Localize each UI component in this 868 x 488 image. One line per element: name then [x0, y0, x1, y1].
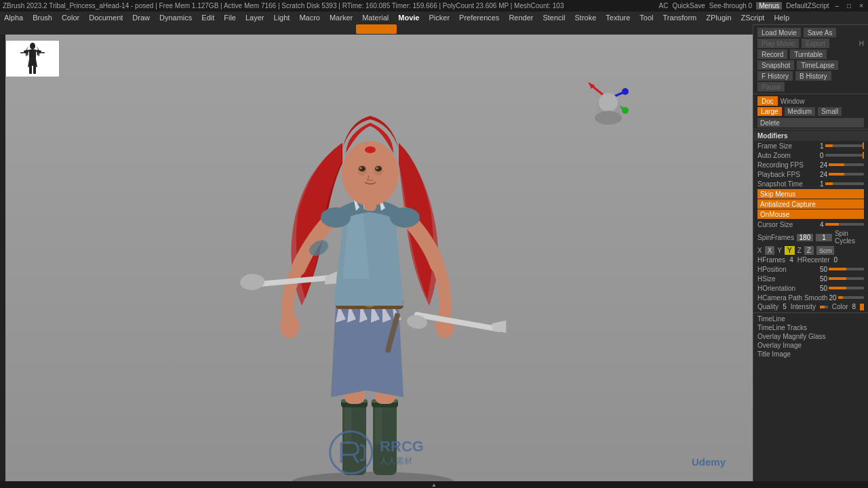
menu-zscript[interactable]: ZScript: [740, 14, 766, 22]
svg-rect-1: [29, 49, 36, 59]
axis-z-button[interactable]: Z: [804, 246, 814, 255]
expand-arrow-icon[interactable]: ▲: [431, 482, 437, 488]
delete-button[interactable]: Delete: [757, 118, 864, 127]
timeline-link[interactable]: TimeLine: [753, 314, 868, 323]
hposition-slider[interactable]: [829, 268, 864, 270]
menu-color[interactable]: Color: [60, 14, 81, 22]
svg-point-25: [359, 166, 366, 171]
playback-fps-slider[interactable]: [829, 173, 864, 176]
quick-save-button[interactable]: QuickSave: [672, 2, 705, 9]
hsize-label: HSize: [757, 275, 818, 283]
skip-menus-toggle[interactable]: Skip Menus: [757, 189, 864, 199]
save-as-button[interactable]: Save As: [804, 28, 837, 37]
close-button[interactable]: ×: [857, 2, 865, 9]
axis-z-label: Z: [797, 247, 802, 254]
record-button[interactable]: Record: [757, 49, 787, 59]
axis-y-button[interactable]: Y: [785, 246, 795, 255]
menu-stencil[interactable]: Stencil: [541, 14, 566, 22]
axis-scrn-button[interactable]: Scrn: [816, 246, 835, 255]
snapshot-time-value: 1: [820, 180, 824, 188]
menu-tool[interactable]: Tool: [638, 14, 654, 22]
fhistory-button[interactable]: F History: [757, 71, 793, 81]
menu-marker[interactable]: Marker: [328, 14, 354, 22]
svg-rect-6: [29, 66, 32, 74]
menu-draw[interactable]: Draw: [131, 14, 151, 22]
maximize-button[interactable]: □: [845, 2, 853, 9]
menus-button[interactable]: Menus: [756, 2, 782, 9]
menu-movie[interactable]: Movie: [397, 14, 420, 22]
cursor-size-row: Cursor Size 4: [753, 220, 868, 229]
menu-light[interactable]: Light: [273, 14, 292, 22]
size-small-button[interactable]: Small: [818, 107, 842, 116]
quality-value[interactable]: 5: [783, 303, 787, 310]
menu-dynamics[interactable]: Dynamics: [158, 14, 193, 22]
onmouse-toggle[interactable]: OnMouse: [757, 209, 864, 219]
menu-preferences[interactable]: Preferences: [458, 14, 500, 22]
overlay-magnify-link[interactable]: Overlay Magnify Glass: [753, 332, 868, 341]
hcamera-slider[interactable]: [838, 296, 864, 299]
frame-size-slider[interactable]: [825, 144, 864, 147]
menu-transform[interactable]: Transform: [662, 14, 698, 22]
menu-material[interactable]: Material: [361, 14, 390, 22]
menu-texture[interactable]: Texture: [604, 14, 631, 22]
snapshot-timelapse-row: Snapshot TimeLapse: [753, 60, 868, 70]
svg-point-29: [365, 146, 376, 153]
color-value[interactable]: 8: [852, 303, 856, 310]
svg-rect-4: [20, 52, 28, 54]
snapshot-button[interactable]: Snapshot: [757, 60, 794, 70]
left-panel-handle[interactable]: [0, 35, 5, 488]
load-movie-button[interactable]: Load Movie: [757, 28, 801, 37]
menu-layer[interactable]: Layer: [244, 14, 266, 22]
play-movie-button[interactable]: Play Movie: [757, 39, 799, 48]
menu-edit[interactable]: Edit: [200, 14, 216, 22]
bhistory-button[interactable]: B History: [795, 71, 831, 81]
menu-file[interactable]: File: [222, 14, 237, 22]
hframes-value[interactable]: 4: [789, 256, 793, 264]
antialized-capture-toggle[interactable]: Antialized Capture: [757, 199, 864, 209]
menu-alpha[interactable]: Alpha: [3, 14, 24, 22]
pause-button[interactable]: Pause: [757, 82, 785, 92]
export-shortcut: H: [859, 40, 864, 47]
menu-picker[interactable]: Picker: [428, 14, 452, 22]
title-image-link[interactable]: Title Image: [753, 350, 868, 359]
svg-point-45: [622, 107, 629, 114]
hframes-label: HFrames: [757, 256, 785, 264]
minimize-button[interactable]: –: [833, 2, 842, 9]
export-button[interactable]: Export: [802, 39, 829, 48]
menu-help[interactable]: Help: [772, 14, 791, 22]
size-large-button[interactable]: Large: [757, 107, 782, 116]
spincycles-value[interactable]: 1: [816, 234, 832, 241]
hrecenter-value[interactable]: 0: [834, 256, 838, 264]
canvas-area[interactable]: RRCG 人人素材 Udemy: [0, 35, 753, 488]
doc-button[interactable]: Doc: [757, 96, 778, 106]
auto-zoom-row: Auto Zoom 0: [753, 150, 868, 160]
playback-fps-row: Playback FPS 24: [753, 169, 868, 179]
axis-x-label: X: [757, 247, 762, 254]
defaultzscript-button[interactable]: DefaultZScript: [786, 2, 829, 9]
seethrough-control[interactable]: See-through 0: [709, 2, 752, 9]
menu-stroke[interactable]: Stroke: [573, 14, 597, 22]
timelapse-button[interactable]: TimeLapse: [797, 60, 838, 70]
axis-x-button[interactable]: X: [765, 246, 775, 255]
bottom-bar: ▲: [0, 481, 868, 488]
overlay-image-link[interactable]: Overlay Image: [753, 341, 868, 350]
menu-brush[interactable]: Brush: [31, 14, 54, 22]
turntable-button[interactable]: Turntable: [790, 49, 827, 59]
hrecenter-label: HRecenter: [797, 256, 830, 264]
timeline-tracks-link[interactable]: TimeLine Tracks: [753, 323, 868, 332]
horientation-label: HOrientation: [757, 285, 818, 292]
hsize-slider[interactable]: [829, 277, 864, 280]
spinframes-value[interactable]: 180: [797, 234, 813, 241]
auto-zoom-slider[interactable]: [825, 154, 864, 157]
horientation-slider[interactable]: [829, 287, 864, 289]
horientation-row: HOrientation 50: [753, 283, 868, 293]
menu-document[interactable]: Document: [87, 14, 124, 22]
menu-render[interactable]: Render: [507, 14, 534, 22]
size-medium-button[interactable]: Medium: [785, 107, 816, 116]
cursor-size-slider[interactable]: [825, 223, 864, 226]
menu-zplugin[interactable]: ZPlugin: [705, 14, 732, 22]
menu-macro[interactable]: Macro: [298, 14, 321, 22]
snapshot-time-slider[interactable]: [825, 182, 864, 185]
svg-point-39: [390, 207, 420, 228]
recording-fps-slider[interactable]: [829, 163, 864, 166]
